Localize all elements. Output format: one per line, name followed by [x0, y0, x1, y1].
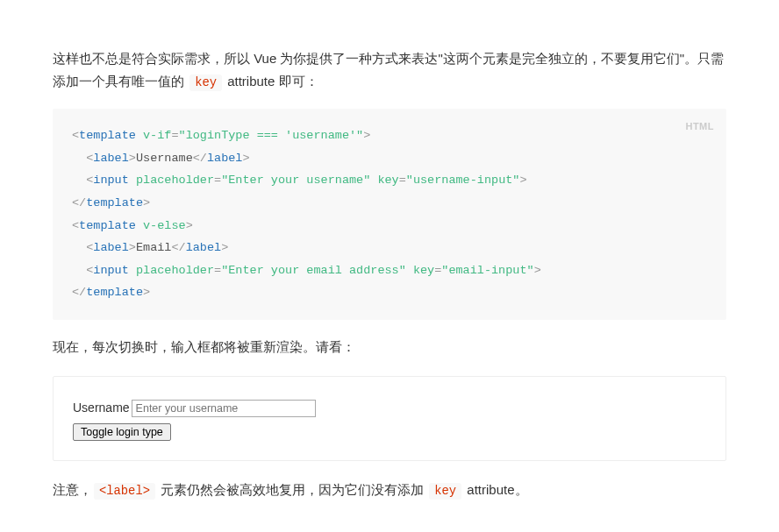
inline-code-key: key: [189, 74, 222, 91]
code-lang-badge: HTML: [685, 117, 714, 136]
inline-code-key2: key: [429, 483, 461, 500]
intro-text-a: 这样也不总是符合实际需求，所以 Vue 为你提供了一种方式来表达"这两个元素是完…: [53, 51, 724, 89]
toggle-login-type-button[interactable]: Toggle login type: [73, 423, 171, 441]
inline-code-label: <label>: [94, 483, 155, 500]
intro-text-b: attribute 即可：: [224, 74, 318, 89]
username-input[interactable]: [132, 400, 316, 417]
result-paragraph: 现在，每次切换时，输入框都将被重新渲染。请看：: [53, 336, 726, 358]
note-text-a: 注意，: [53, 482, 92, 497]
note-paragraph: 注意，<label> 元素仍然会被高效地复用，因为它们没有添加 key attr…: [53, 479, 726, 501]
intro-paragraph: 这样也不总是符合实际需求，所以 Vue 为你提供了一种方式来表达"这两个元素是完…: [53, 47, 726, 93]
note-text-b: 元素仍然会被高效地复用，因为它们没有添加: [157, 482, 427, 497]
demo-box: Username Toggle login type: [53, 376, 726, 462]
note-text-c: attribute。: [463, 482, 527, 497]
code-block: HTML<template v-if="loginType === 'usern…: [53, 109, 726, 320]
demo-label: Username: [73, 401, 130, 415]
